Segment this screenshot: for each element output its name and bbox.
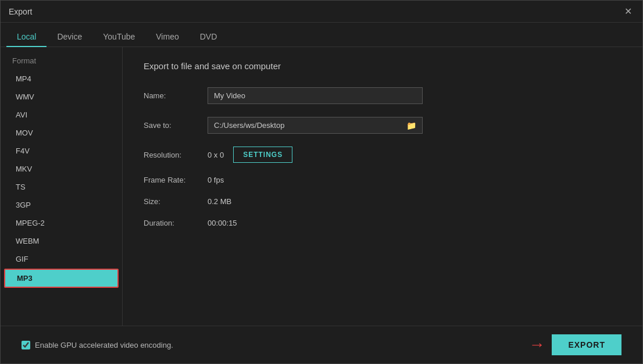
sidebar-item-webm[interactable]: WEBM	[4, 233, 119, 249]
export-window: Export ✕ Local Device YouTube Vimeo DVD …	[0, 0, 643, 364]
gpu-checkbox-row: Enable GPU accelerated video encoding.	[22, 341, 173, 349]
sidebar-item-mpeg2[interactable]: MPEG-2	[4, 215, 119, 231]
sidebar-item-mp3[interactable]: MP3	[4, 269, 119, 288]
tab-device[interactable]: Device	[47, 27, 92, 47]
size-label: Size:	[144, 197, 208, 206]
save-to-wrapper: 📁	[208, 117, 423, 134]
frame-rate-value: 0 fps	[208, 176, 224, 184]
sidebar-item-mov[interactable]: MOV	[4, 124, 119, 141]
tab-youtube[interactable]: YouTube	[92, 27, 145, 47]
duration-row: Duration: 00:00:15	[144, 219, 621, 227]
save-to-row: Save to: 📁	[144, 117, 621, 134]
sidebar-item-avi[interactable]: AVI	[4, 106, 119, 123]
frame-rate-label: Frame Rate:	[144, 176, 208, 184]
gpu-label: Enable GPU accelerated video encoding.	[35, 341, 173, 349]
sidebar-item-mkv[interactable]: MKV	[4, 160, 119, 177]
save-to-input[interactable]	[208, 117, 401, 133]
resolution-row: Resolution: 0 x 0 SETTINGS	[144, 147, 621, 163]
name-label: Name:	[144, 91, 208, 100]
export-wrapper: → EXPORT	[528, 334, 621, 355]
folder-browse-button[interactable]: 📁	[401, 118, 422, 133]
resolution-label: Resolution:	[144, 151, 208, 159]
save-to-label: Save to:	[144, 121, 208, 130]
sidebar-item-3gp[interactable]: 3GP	[4, 197, 119, 213]
sidebar-item-mp4[interactable]: MP4	[4, 70, 119, 87]
main-title: Export to file and save on computer	[144, 61, 621, 71]
name-row: Name:	[144, 87, 621, 104]
duration-value: 00:00:15	[208, 219, 237, 227]
tab-bar: Local Device YouTube Vimeo DVD	[1, 23, 642, 47]
sidebar-item-gif[interactable]: GIF	[4, 251, 119, 267]
tab-vimeo[interactable]: Vimeo	[145, 27, 189, 47]
title-bar: Export ✕	[1, 1, 642, 23]
footer: Enable GPU accelerated video encoding. →…	[1, 326, 642, 363]
gpu-checkbox[interactable]	[22, 341, 30, 349]
duration-label: Duration:	[144, 219, 208, 227]
size-row: Size: 0.2 MB	[144, 197, 621, 206]
close-button[interactable]: ✕	[622, 6, 634, 17]
sidebar-item-f4v[interactable]: F4V	[4, 142, 119, 159]
settings-button[interactable]: SETTINGS	[233, 147, 292, 163]
sidebar-item-ts[interactable]: TS	[4, 179, 119, 195]
sidebar-item-wmv[interactable]: WMV	[4, 88, 119, 105]
resolution-wrapper: 0 x 0 SETTINGS	[208, 147, 292, 163]
sidebar-section-label: Format	[1, 56, 122, 70]
export-arrow-icon: →	[528, 337, 545, 353]
name-input[interactable]	[208, 87, 423, 104]
frame-rate-row: Frame Rate: 0 fps	[144, 176, 621, 184]
main-content: Export to file and save on computer Name…	[123, 47, 642, 326]
tab-local[interactable]: Local	[6, 27, 47, 47]
sidebar: Format MP4 WMV AVI MOV F4V MKV TS 3GP MP…	[1, 47, 123, 326]
size-value: 0.2 MB	[208, 197, 231, 206]
tab-dvd[interactable]: DVD	[190, 27, 228, 47]
export-button[interactable]: EXPORT	[552, 334, 621, 355]
body: Format MP4 WMV AVI MOV F4V MKV TS 3GP MP…	[1, 47, 642, 326]
resolution-value: 0 x 0	[208, 151, 224, 159]
window-title: Export	[9, 7, 32, 16]
